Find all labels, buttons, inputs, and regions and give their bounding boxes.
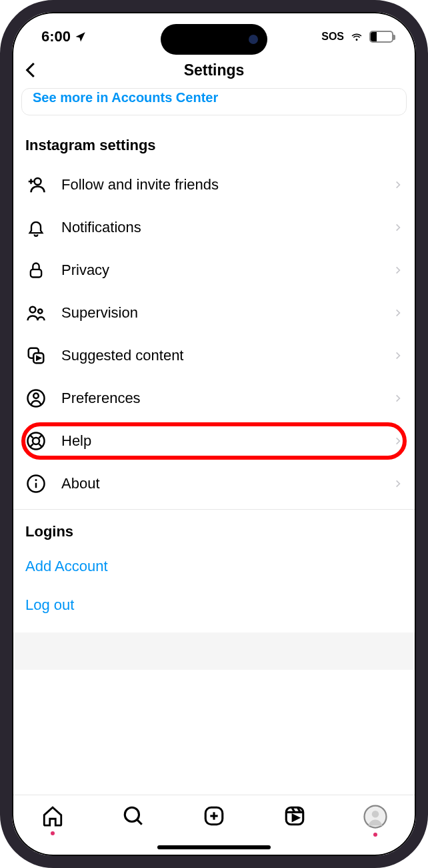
chevron-right-icon xyxy=(393,307,403,319)
nav-header: Settings xyxy=(12,52,416,88)
battery-icon: 27 xyxy=(369,31,393,43)
tab-reels[interactable] xyxy=(281,805,308,827)
settings-row-help[interactable]: Help xyxy=(12,420,416,462)
tab-search[interactable] xyxy=(120,805,147,827)
row-label: About xyxy=(61,475,379,492)
wifi-icon xyxy=(349,31,364,43)
tab-create[interactable] xyxy=(201,805,227,827)
settings-row-follow-invite[interactable]: Follow and invite friends xyxy=(12,163,416,206)
search-icon xyxy=(122,805,145,827)
svg-point-21 xyxy=(372,811,379,818)
svg-point-8 xyxy=(33,394,39,399)
row-label: Help xyxy=(61,432,379,450)
back-button[interactable] xyxy=(21,60,41,80)
preferences-icon xyxy=(25,388,47,409)
row-label: Suggested content xyxy=(61,347,379,364)
chevron-right-icon xyxy=(393,478,403,490)
svg-point-13 xyxy=(125,807,139,821)
settings-row-preferences[interactable]: Preferences xyxy=(12,377,416,420)
svg-marker-19 xyxy=(293,815,299,821)
chevron-right-icon xyxy=(393,179,403,191)
chevron-right-icon xyxy=(393,435,403,447)
accounts-center-card[interactable]: See more in Accounts Center xyxy=(21,88,407,115)
follow-invite-icon xyxy=(25,174,47,195)
settings-row-notifications[interactable]: Notifications xyxy=(12,206,416,249)
info-icon xyxy=(25,473,47,494)
page-title: Settings xyxy=(184,61,245,79)
lock-icon xyxy=(25,260,47,281)
row-label: Privacy xyxy=(61,262,379,279)
spacer xyxy=(12,632,416,670)
reels-icon xyxy=(283,805,306,827)
settings-row-privacy[interactable]: Privacy xyxy=(12,249,416,292)
svg-rect-1 xyxy=(31,270,41,278)
plus-icon xyxy=(203,805,225,827)
help-icon xyxy=(25,430,47,452)
row-label: Follow and invite friends xyxy=(61,176,379,193)
accounts-center-link[interactable]: See more in Accounts Center xyxy=(33,90,218,105)
location-icon xyxy=(75,31,87,43)
settings-row-supervision[interactable]: Supervision xyxy=(12,292,416,334)
chevron-right-icon xyxy=(393,350,403,362)
svg-point-2 xyxy=(30,307,36,313)
notification-dot xyxy=(51,831,55,835)
settings-row-about[interactable]: About xyxy=(12,462,416,505)
settings-row-suggested-content[interactable]: Suggested content xyxy=(12,334,416,377)
section-title-logins: Logins xyxy=(12,510,416,547)
status-time: 6:00 xyxy=(41,28,71,45)
add-account-link[interactable]: Add Account xyxy=(12,547,416,586)
svg-point-10 xyxy=(33,438,39,444)
suggested-content-icon xyxy=(25,345,47,366)
section-title-instagram: Instagram settings xyxy=(12,130,416,163)
home-icon xyxy=(41,805,64,827)
row-label: Supervision xyxy=(61,304,379,322)
svg-point-12 xyxy=(35,479,37,481)
sos-indicator: SOS xyxy=(321,31,344,43)
svg-point-0 xyxy=(35,178,41,185)
svg-line-14 xyxy=(137,820,141,825)
chevron-right-icon xyxy=(393,392,403,404)
bell-icon xyxy=(25,217,47,238)
supervision-icon xyxy=(25,302,47,324)
home-indicator[interactable] xyxy=(157,845,271,849)
chevron-right-icon xyxy=(393,222,403,234)
dynamic-island xyxy=(161,24,267,55)
row-label: Notifications xyxy=(61,219,379,236)
row-label: Preferences xyxy=(61,390,379,407)
notification-dot xyxy=(373,833,377,837)
tab-profile[interactable] xyxy=(362,805,389,837)
chevron-right-icon xyxy=(393,264,403,276)
svg-marker-6 xyxy=(37,356,40,360)
svg-point-3 xyxy=(38,309,42,313)
tab-home[interactable] xyxy=(39,805,66,835)
profile-icon xyxy=(363,805,387,829)
logout-link[interactable]: Log out xyxy=(12,586,416,624)
